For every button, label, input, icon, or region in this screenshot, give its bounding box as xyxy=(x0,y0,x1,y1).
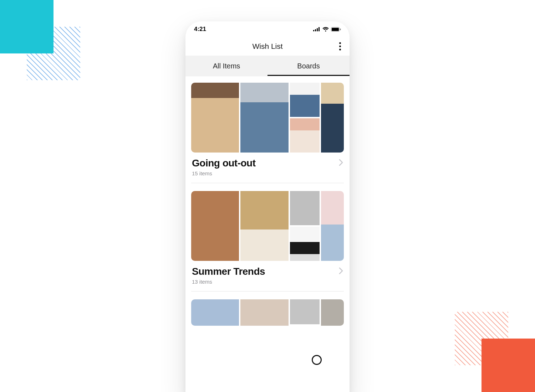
board-thumbnail xyxy=(290,83,320,117)
board-thumbnail xyxy=(321,191,344,261)
boards-list[interactable]: Going out-out 15 items Summer Trends xyxy=(185,76,350,326)
svg-rect-2 xyxy=(317,28,318,31)
status-bar: 4:21 xyxy=(185,21,350,37)
board-thumbnail xyxy=(321,83,344,153)
svg-rect-5 xyxy=(332,28,339,31)
board-thumbnail xyxy=(191,83,239,153)
board-card[interactable]: Summer Trends 13 items xyxy=(191,191,344,292)
tab-boards[interactable]: Boards xyxy=(268,56,350,76)
board-card[interactable] xyxy=(191,299,344,326)
cellular-icon xyxy=(313,27,320,31)
wifi-icon xyxy=(322,27,329,32)
board-card[interactable]: Going out-out 15 items xyxy=(191,83,344,183)
phone-frame: 4:21 Wish List All Items Boards xyxy=(185,21,350,392)
more-vertical-icon xyxy=(339,42,341,44)
more-options-button[interactable] xyxy=(337,40,343,53)
page-title: Wish List xyxy=(252,42,282,51)
board-collage xyxy=(191,83,344,153)
decor-red-square xyxy=(482,339,535,392)
board-thumbnail xyxy=(191,299,239,326)
board-item-count: 13 items xyxy=(191,279,344,291)
tab-bar: All Items Boards xyxy=(185,56,350,76)
board-title: Summer Trends xyxy=(192,266,265,277)
svg-rect-6 xyxy=(340,29,341,30)
board-thumbnail xyxy=(290,191,320,225)
tab-all-items[interactable]: All Items xyxy=(185,56,268,76)
chevron-right-icon xyxy=(339,159,343,167)
board-thumbnail xyxy=(191,191,239,261)
decor-cyan-square xyxy=(0,0,54,53)
board-item-count: 15 items xyxy=(191,170,344,183)
divider xyxy=(191,291,344,292)
cursor-indicator xyxy=(312,355,322,365)
board-collage xyxy=(191,191,344,261)
board-thumbnail xyxy=(240,299,288,326)
board-title: Going out-out xyxy=(192,158,256,169)
header: Wish List xyxy=(185,37,350,56)
board-thumbnail xyxy=(290,299,320,324)
status-time: 4:21 xyxy=(194,26,206,33)
svg-rect-1 xyxy=(315,29,316,31)
board-thumbnail xyxy=(290,227,320,261)
battery-icon xyxy=(331,27,341,32)
divider xyxy=(191,183,344,183)
chevron-right-icon xyxy=(339,267,343,276)
board-collage xyxy=(191,299,344,326)
svg-rect-3 xyxy=(319,27,320,31)
board-thumbnail xyxy=(240,191,288,261)
board-thumbnail xyxy=(321,299,344,326)
board-thumbnail xyxy=(290,118,320,153)
board-thumbnail xyxy=(240,83,288,153)
svg-rect-0 xyxy=(313,30,314,31)
